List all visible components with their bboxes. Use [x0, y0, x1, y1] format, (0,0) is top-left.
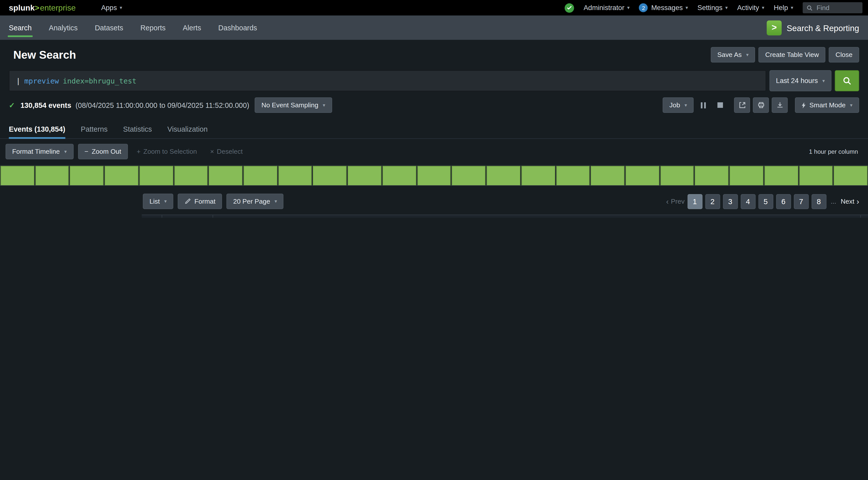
search-mode-button[interactable]: Smart Mode — [795, 97, 859, 113]
messages-menu[interactable]: 2 Messages — [639, 3, 688, 12]
timeline-bar[interactable] — [834, 166, 868, 185]
events-table: i Time Event 09/04/2025 11:51:51.000 — [142, 215, 868, 218]
timeline-bar[interactable] — [591, 166, 624, 185]
chevron-down-icon — [762, 4, 764, 11]
nav-tab-dashboards[interactable]: Dashboards — [218, 15, 257, 40]
format-timeline-label: Format Timeline — [12, 148, 60, 156]
help-menu[interactable]: Help — [774, 4, 794, 11]
splunk-logo[interactable]: splunk>enterprise — [9, 3, 75, 12]
zoom-to-selection-label: Zoom to Selection — [143, 148, 197, 156]
page-button-5[interactable]: 5 — [758, 194, 773, 209]
query-args: index=bhrugu_test — [63, 76, 136, 85]
timeline-bar[interactable] — [695, 166, 729, 185]
prev-page-button: Prev — [666, 197, 685, 206]
timeline-bar[interactable] — [382, 166, 416, 185]
zoom-out-button[interactable]: Zoom Out — [78, 144, 128, 159]
event-sampling-button[interactable]: No Event Sampling — [255, 97, 332, 113]
chevron-down-icon — [275, 197, 277, 205]
page-button-7[interactable]: 7 — [794, 194, 809, 209]
share-job-button[interactable] — [734, 97, 750, 113]
timeline-bar[interactable] — [730, 166, 763, 185]
format-timeline-button[interactable]: Format Timeline — [5, 144, 73, 159]
time-range-picker[interactable]: Last 24 hours — [769, 70, 832, 91]
pause-button[interactable] — [696, 98, 710, 112]
timeline-bar[interactable] — [174, 166, 208, 185]
nav-tab-datasets[interactable]: Datasets — [95, 15, 123, 40]
settings-menu[interactable]: Settings — [698, 4, 728, 11]
job-menu-button[interactable]: Job — [663, 97, 693, 113]
chevron-down-icon — [791, 4, 793, 11]
column-header-time[interactable]: Time — [162, 215, 213, 218]
nav-tab-alerts[interactable]: Alerts — [183, 15, 201, 40]
timeline-bar[interactable] — [660, 166, 694, 185]
event-sampling-label: No Event Sampling — [261, 101, 318, 109]
pagination-ellipsis: ... — [829, 197, 838, 205]
timeline-bar[interactable] — [313, 166, 347, 185]
chevron-down-icon — [323, 101, 325, 109]
find-search[interactable] — [803, 2, 863, 13]
timeline-bar[interactable] — [348, 166, 381, 185]
timeline-bar[interactable] — [278, 166, 312, 185]
column-header-event[interactable]: Event — [213, 215, 860, 218]
tab-patterns[interactable]: Patterns — [81, 119, 108, 138]
timeline-bar[interactable] — [105, 166, 138, 185]
column-header-info[interactable]: i — [142, 215, 162, 218]
page-button-6[interactable]: 6 — [776, 194, 791, 209]
timeline-bar[interactable] — [244, 166, 277, 185]
timeline-bar[interactable] — [521, 166, 555, 185]
timeline-bar[interactable] — [417, 166, 451, 185]
timeline-bar[interactable] — [0, 166, 34, 185]
timeline-bar[interactable] — [70, 166, 104, 185]
save-as-button[interactable]: Save As — [711, 47, 755, 63]
format-results-label: Format — [194, 197, 216, 205]
timeline-histogram[interactable] — [0, 165, 868, 186]
view-mode-button[interactable]: List — [143, 194, 174, 209]
administrator-menu[interactable]: Administrator — [584, 4, 629, 11]
stop-button[interactable] — [713, 98, 727, 112]
format-results-button[interactable]: Format — [178, 194, 222, 209]
tab-statistics[interactable]: Statistics — [123, 119, 152, 138]
events-summary: 130,854 events (08/04/2025 11:00:00.000 … — [20, 101, 249, 109]
current-app[interactable]: > Search & Reporting — [767, 20, 859, 35]
timeline-bar[interactable] — [625, 166, 659, 185]
close-button[interactable]: Close — [829, 47, 859, 63]
next-page-button[interactable]: Next — [841, 197, 859, 206]
find-input[interactable] — [815, 3, 855, 12]
next-label: Next — [841, 197, 854, 205]
help-label: Help — [774, 4, 788, 11]
timeline-bar[interactable] — [139, 166, 173, 185]
per-page-button[interactable]: 20 Per Page — [227, 194, 284, 209]
timeline-scale-note: 1 hour per column — [809, 148, 859, 155]
page-button-4[interactable]: 4 — [741, 194, 755, 209]
activity-menu[interactable]: Activity — [737, 4, 764, 11]
search-query-input[interactable]: | mpreview index=bhrugu_test — [9, 70, 766, 91]
deselect-button: Deselect — [206, 148, 247, 156]
page-button-3[interactable]: 3 — [723, 194, 738, 209]
prev-label: Prev — [671, 197, 684, 205]
page-button-2[interactable]: 2 — [705, 194, 720, 209]
events-count: 130,854 events — [20, 101, 71, 109]
app-navbar: Search Analytics Datasets Reports Alerts… — [0, 15, 868, 40]
health-status-icon[interactable] — [565, 3, 574, 12]
tab-visualization[interactable]: Visualization — [167, 119, 208, 138]
timeline-bar[interactable] — [556, 166, 590, 185]
create-table-view-button[interactable]: Create Table View — [758, 47, 826, 63]
timeline-bar[interactable] — [799, 166, 833, 185]
page-button-8[interactable]: 8 — [811, 194, 826, 209]
timeline-bar[interactable] — [764, 166, 798, 185]
timeline-bar[interactable] — [209, 166, 243, 185]
nav-tab-reports[interactable]: Reports — [140, 15, 165, 40]
page-button-1[interactable]: 1 — [687, 194, 702, 209]
nav-tab-search[interactable]: Search — [9, 15, 32, 40]
view-mode-label: List — [149, 197, 160, 205]
timeline-bar[interactable] — [35, 166, 69, 185]
tab-events[interactable]: Events (130,854) — [9, 119, 65, 138]
timeline-bar[interactable] — [452, 166, 486, 185]
run-search-button[interactable] — [835, 70, 859, 91]
timeline-bar[interactable] — [487, 166, 520, 185]
print-button[interactable] — [753, 97, 769, 113]
apps-menu[interactable]: Apps — [101, 4, 122, 11]
zoom-to-selection-button: Zoom to Selection — [132, 148, 201, 156]
nav-tab-analytics[interactable]: Analytics — [49, 15, 78, 40]
export-download-button[interactable] — [772, 97, 788, 113]
